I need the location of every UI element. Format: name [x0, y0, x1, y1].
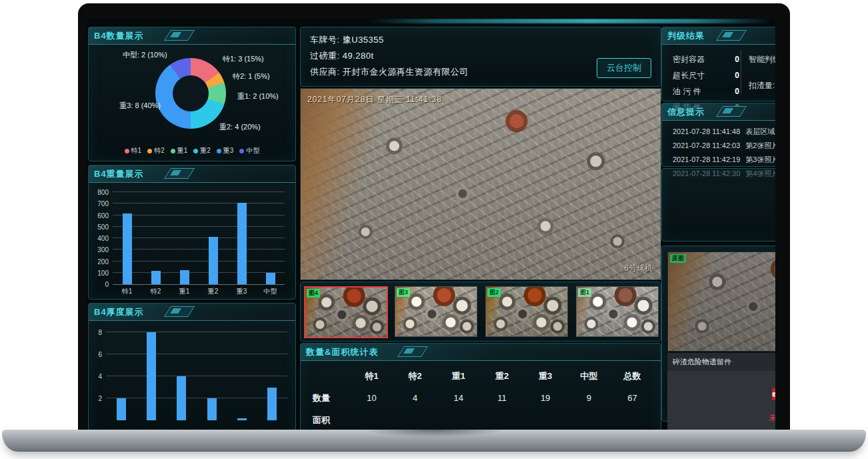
legend-item: 重1: [171, 146, 188, 155]
y-axis-tick-label: 700: [97, 200, 109, 207]
y-axis-tick-label: 400: [97, 235, 109, 242]
donut-slice-label: 重1: 2 (10%): [237, 91, 279, 101]
donut-slice-label: 特1: 3 (15%): [223, 54, 264, 64]
bar: [267, 388, 277, 420]
table-cell: [350, 409, 393, 430]
table-cell: [480, 409, 523, 430]
camera-timestamp: 2021年07月28日 星期三 11:41:38: [307, 94, 442, 105]
weighbridge-weight: 过磅重: 49.280t: [310, 50, 374, 62]
legend-dot-icon: [239, 149, 244, 153]
table-cell: [393, 409, 437, 430]
x-axis-tick-label: 特2: [151, 287, 161, 296]
original-image-panel: 原图 碎渣危险物遗留件 欧冶 废钢判级平台 未发现碎渣危险物件: [661, 246, 775, 422]
y-axis-tick-label: 8: [98, 329, 102, 336]
log-timestamp: 2021-07-28 11:41:48: [673, 127, 740, 135]
original-image-badge: 原图: [670, 254, 686, 263]
smart-grade-label: 智能判级:: [749, 54, 775, 65]
donut-slice-label: 中型: 2 (10%): [123, 50, 167, 60]
thumbnail-photo-2[interactable]: 图2: [485, 286, 568, 337]
table-cell: 10: [350, 387, 393, 409]
grading-result-title: 判级结果: [662, 27, 775, 45]
legend-dot-icon: [193, 149, 198, 153]
grade-item: 油 污 件0: [673, 83, 739, 99]
x-axis-tick-label: 重1: [179, 287, 190, 296]
thickness-bar-chart: 2468: [89, 304, 295, 430]
laptop-mockup: B4数量展示 特1: 3 (15%)特2: 1 (5%)重1: 2 (10%)重…: [0, 0, 868, 459]
quantity-panel-title: B4数量展示: [89, 27, 295, 45]
y-axis-tick-label: 200: [97, 258, 109, 265]
thumbnail-badge: 图4: [307, 289, 320, 298]
detection-caption: 碎渣危险物遗留件: [667, 353, 775, 371]
bar-slot: [197, 322, 227, 420]
thumbnail-badge: 图2: [487, 288, 501, 297]
ptz-control-button[interactable]: 云台控制: [597, 58, 651, 78]
table-row-label: 数量: [307, 387, 350, 409]
plate-number: 车牌号: 豫U35355: [310, 34, 384, 46]
bar-slot: 重3: [227, 192, 256, 284]
thumbnail-photo-4[interactable]: 图4: [304, 286, 388, 338]
panel-divider: [741, 50, 741, 94]
grade-item-label: 油 污 件: [673, 83, 701, 99]
table-cell: 11: [480, 387, 523, 409]
y-axis-tick-label: 0: [105, 281, 109, 288]
grading-result-panel: 判级结果 密封容器0超长尺寸0油 污 件0退 货 件0 智能判级: 扣渣量:: [661, 27, 775, 101]
panel-header-decoration-icon: [716, 30, 747, 41]
legend-label: 特2: [154, 146, 165, 155]
legend-dot-icon: [147, 149, 152, 153]
table-cell: 14: [437, 387, 480, 409]
main-camera-image[interactable]: 2021年07月28日 星期三 11:41:38 6号球机: [300, 88, 661, 280]
y-axis-tick-label: 300: [97, 246, 109, 254]
donut-legend: 特1特2重1重2重3中型: [89, 146, 295, 155]
legend-label: 重2: [200, 146, 211, 155]
bar-slot: [136, 322, 166, 420]
detection-result-card: 碎渣危险物遗留件 欧冶 废钢判级平台 未发现碎渣危险物件: [667, 353, 775, 430]
bar: [207, 398, 217, 420]
info-message-title: 信息提示: [662, 103, 775, 121]
donut-slice-label: 重3: 8 (40%): [101, 101, 161, 111]
table-header-cell: 中型: [567, 365, 611, 387]
screen-top-glow: [367, 19, 773, 23]
table-cell: 9: [567, 387, 611, 409]
table-header-cell: [307, 365, 350, 387]
table-cell: [524, 409, 567, 430]
camera-name: 6号球机: [624, 263, 653, 274]
weight-panel: B4重量展示 0100200300400500600700800特1特2重1重2…: [88, 165, 296, 300]
grade-item-value: 0: [735, 51, 739, 67]
original-scrap-image[interactable]: 原图: [667, 252, 775, 352]
bar-slot: 特1: [113, 192, 141, 284]
bar-slot: 重2: [199, 192, 227, 284]
laptop-base: [2, 430, 866, 452]
log-message: 第2张照片表层开: [745, 141, 775, 149]
bar-slot: 重1: [170, 192, 199, 284]
bar: [177, 376, 186, 420]
panel-header-decoration-icon: [716, 106, 747, 117]
table-cell: [567, 409, 611, 430]
bar: [266, 273, 275, 284]
statistics-table-panel: 数量&面积统计表 特1特2重1重2重3中型总数数量104141119967面积: [300, 343, 661, 430]
legend-label: 特1: [131, 146, 142, 155]
thumbnail-photo-1[interactable]: 图1: [576, 286, 659, 337]
legend-item: 特1: [125, 146, 142, 155]
legend-dot-icon: [217, 149, 221, 153]
bar: [237, 203, 247, 284]
bar-slot: [167, 322, 197, 420]
bar-slot: 中型: [256, 192, 285, 284]
legend-dot-icon: [171, 149, 175, 153]
thumbnail-photo-3[interactable]: 图3: [395, 286, 477, 337]
bar-slot: [257, 322, 287, 420]
info-message-panel: 信息提示 2021-07-28 11:41:48表层区域计算成功2021-07-…: [661, 103, 775, 167]
y-axis-tick-label: 100: [97, 269, 109, 276]
bar-slot: [227, 322, 257, 420]
grade-item-value: 0: [735, 83, 739, 99]
y-axis-tick-label: 500: [97, 223, 109, 230]
panel-header-decoration-icon: [397, 346, 428, 357]
photo-grain-texture: [301, 89, 661, 280]
slag-deduction-label: 扣渣量:: [749, 80, 775, 91]
thumbnail-badge: 图1: [578, 288, 591, 297]
table-cell: 19: [524, 387, 567, 409]
y-axis-tick-label: 800: [97, 189, 109, 196]
grade-item-value: 0: [735, 67, 739, 83]
y-axis-tick-label: 2: [98, 395, 102, 402]
log-entry: 2021-07-28 11:42:19第3张照片表层开: [673, 153, 775, 167]
thumbnail-badge: 图3: [397, 288, 410, 297]
